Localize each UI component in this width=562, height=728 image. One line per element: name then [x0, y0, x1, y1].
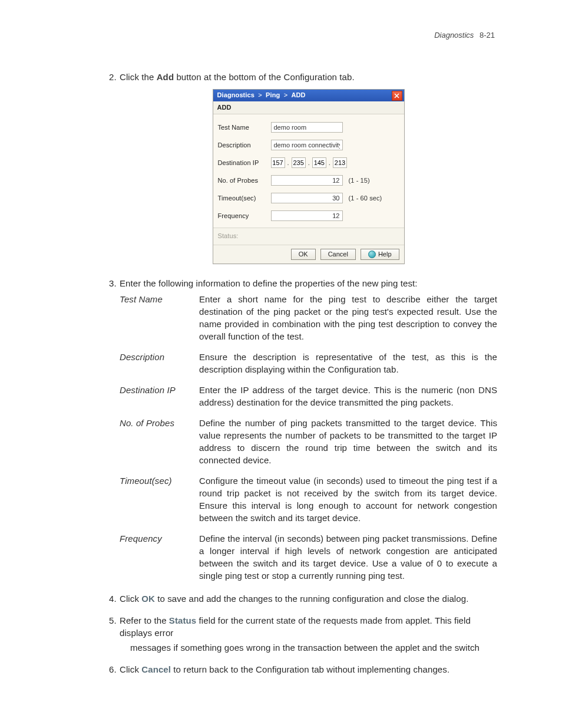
ip-octet-1[interactable]	[271, 157, 285, 168]
step4-pre: Click	[120, 594, 141, 604]
def-test-name: Test Name Enter a short name for the pin…	[120, 293, 497, 342]
ip-octet-3[interactable]	[312, 157, 326, 168]
step-3: Enter the following information to defin…	[109, 277, 497, 582]
section-name: Diagnostics	[434, 31, 474, 39]
help-button-label: Help	[378, 251, 392, 258]
def-dest-ip: Destination IP Enter the IP address of t…	[120, 384, 497, 409]
ip-dot: .	[308, 159, 310, 167]
status-label: Status:	[213, 228, 404, 244]
label-timeout: Timeout(sec)	[218, 194, 271, 203]
cancel-button[interactable]: Cancel	[320, 249, 356, 260]
close-icon[interactable]	[392, 91, 402, 101]
step-6: Click Cancel to return back to the Confi…	[109, 663, 497, 676]
desc-timeout: Configure the timeout value (in seconds)…	[199, 475, 497, 524]
step5-line2: messages if something goes wrong in the …	[130, 641, 497, 654]
label-description: Description	[218, 141, 271, 150]
ip-octet-4[interactable]	[333, 157, 347, 168]
ok-button-label: OK	[299, 251, 308, 258]
status-keyword: Status	[169, 615, 196, 625]
label-frequency: Frequency	[218, 212, 271, 220]
crumb-add: ADD	[292, 91, 306, 98]
timeout-input[interactable]	[271, 193, 343, 203]
destination-ip-input[interactable]: . . .	[271, 157, 347, 168]
help-button[interactable]: Help	[361, 249, 399, 260]
desc-test-name: Enter a short name for the ping test to …	[199, 293, 497, 342]
dialog-breadcrumb: Diagnostics > Ping > ADD	[217, 91, 306, 100]
ip-dot: .	[329, 159, 330, 167]
label-test-name: Test Name	[218, 123, 271, 132]
def-timeout: Timeout(sec) Configure the timeout value…	[120, 475, 497, 524]
desc-frequency: Define the interval (in seconds) between…	[199, 532, 497, 582]
test-name-input[interactable]	[271, 122, 343, 133]
add-ping-dialog: Diagnostics > Ping > ADD ADD	[213, 89, 405, 264]
def-probes: No. of Probes Define the number of ping …	[120, 417, 497, 466]
step3-text: Enter the following information to defin…	[120, 278, 418, 288]
crumb-diagnostics: Diagnostics	[217, 91, 254, 98]
help-icon	[368, 251, 376, 258]
page-number: 8-21	[480, 31, 495, 39]
ok-button[interactable]: OK	[291, 249, 316, 260]
term-frequency: Frequency	[120, 532, 199, 545]
term-test-name: Test Name	[120, 293, 199, 305]
desc-dest-ip: Enter the IP address of the target devic…	[199, 384, 497, 409]
term-timeout: Timeout(sec)	[120, 475, 199, 487]
desc-probes: Define the number of ping packets transm…	[199, 417, 497, 466]
label-probes: No. of Probes	[218, 176, 271, 185]
step-4: Click OK to save and add the changes to …	[109, 592, 497, 605]
desc-description: Ensure the description is representative…	[199, 351, 497, 375]
dialog-subhead: ADD	[213, 101, 404, 114]
step2-pre: Click the	[120, 72, 157, 82]
def-frequency: Frequency Define the interval (in second…	[120, 532, 497, 582]
definitions-list: Test Name Enter a short name for the pin…	[120, 293, 497, 582]
running-header: Diagnostics 8-21	[434, 31, 495, 39]
step6-pre: Click	[120, 664, 141, 674]
term-description: Description	[120, 351, 199, 363]
frequency-input[interactable]	[271, 210, 343, 221]
step-2: Click the Add button at the bottom of th…	[109, 71, 497, 264]
step-5: Refer to the Status field for the curren…	[109, 614, 497, 654]
probes-input[interactable]	[271, 175, 343, 186]
add-keyword: Add	[157, 72, 174, 82]
ip-octet-2[interactable]	[292, 157, 306, 168]
probes-hint: (1 - 15)	[349, 176, 370, 185]
cancel-button-label: Cancel	[328, 251, 348, 258]
step2-post: button at the bottom of the Configuratio…	[174, 72, 355, 82]
dialog-titlebar: Diagnostics > Ping > ADD	[213, 90, 404, 101]
def-description: Description Ensure the description is re…	[120, 351, 497, 375]
crumb-ping: Ping	[266, 91, 280, 98]
cancel-keyword: Cancel	[141, 664, 171, 674]
timeout-hint: (1 - 60 sec)	[349, 194, 382, 203]
term-probes: No. of Probes	[120, 417, 199, 429]
label-dest-ip: Destination IP	[218, 159, 271, 167]
ok-keyword: OK	[141, 594, 155, 604]
step5-pre: Refer to the	[120, 615, 169, 625]
term-dest-ip: Destination IP	[120, 384, 199, 396]
step6-post: to return back to the Configuration tab …	[171, 664, 449, 674]
description-input[interactable]	[271, 140, 343, 150]
ip-dot: .	[287, 159, 289, 167]
step4-post: to save and add the changes to the runni…	[155, 594, 468, 604]
